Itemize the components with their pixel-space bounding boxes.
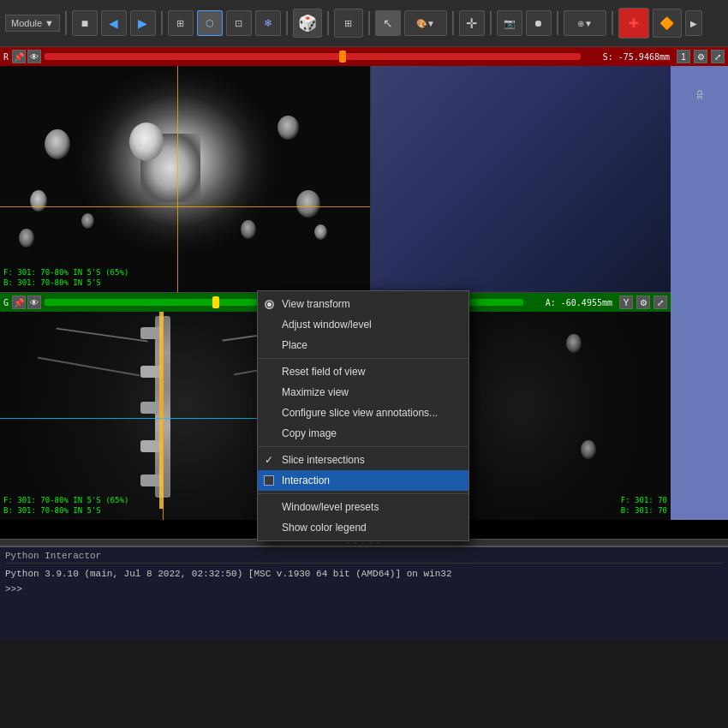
red-expand-btn[interactable]: ⤢ — [711, 50, 725, 63]
green-slice-label: G — [3, 298, 9, 307]
cube-icon: 🎲 — [298, 14, 317, 33]
context-menu: View transform Adjust window/level Place… — [257, 290, 469, 541]
menu-label-interaction: Interaction — [282, 474, 330, 486]
menu-item-show-color-legend[interactable]: Show color legend — [258, 517, 468, 538]
red-settings-btn[interactable]: ⚙ — [694, 50, 707, 63]
red-pin-btn[interactable]: 📌 — [12, 50, 26, 63]
ct-bone-2 — [277, 116, 299, 140]
panel-overlay-bl-top-left: F: 301: 70-80% IN 5'S (65%) B: 301: 70-8… — [3, 267, 128, 289]
menu-item-view-transform[interactable]: View transform — [258, 294, 468, 314]
ct-aorta — [129, 122, 164, 161]
menu-label-copy-image: Copy image — [282, 427, 337, 439]
module-chevron-icon: ▼ — [45, 18, 54, 28]
menu-item-interaction[interactable]: Interaction — [258, 470, 468, 491]
layout-btn[interactable]: ⊞ — [334, 9, 363, 38]
axes-btn[interactable]: ✚ — [618, 8, 649, 39]
toolbar-separator-9 — [612, 11, 613, 35]
grid-btn[interactable]: ⊞ — [168, 10, 194, 36]
menu-item-maximize-view[interactable]: Maximize view — [258, 382, 468, 403]
back-icon: ◀ — [109, 16, 118, 30]
axes-icon: ✚ — [629, 16, 639, 30]
radio-outer — [265, 300, 274, 309]
checkmark-icon: ✓ — [265, 454, 273, 466]
ct-bone-6 — [81, 213, 94, 229]
cube-btn[interactable]: 🎲 — [293, 9, 322, 38]
volume-btn[interactable]: 🔶 — [653, 9, 682, 38]
menu-label-place: Place — [282, 339, 307, 351]
snow-btn[interactable]: ❄ — [255, 10, 281, 36]
menu-item-window-level-presets[interactable]: Window/level presets — [258, 497, 468, 517]
red-slice-controls: 📌 👁 — [12, 50, 41, 63]
checkbox-icon — [264, 475, 274, 486]
menu-item-adjust-window[interactable]: Adjust window/level — [258, 314, 468, 335]
red-visible-btn[interactable]: 👁 — [27, 50, 41, 63]
toolbar-separator-4 — [327, 11, 329, 35]
menu-label-configure-slice: Configure slice view annotations... — [282, 407, 438, 419]
panel-bl-line2: B: 301: 70-80% IN 5'S — [3, 277, 128, 289]
red-slider-thumb — [339, 51, 346, 63]
green-expand-btn[interactable]: ⤢ — [653, 295, 667, 309]
ext-btn[interactable]: ⊕▼ — [564, 10, 606, 36]
ct-bone-4 — [296, 190, 320, 218]
back-btn[interactable]: ◀ — [101, 10, 127, 36]
menu-label-adjust-window: Adjust window/level — [282, 319, 372, 331]
panel-bl2-line2: B: 301: 70-80% IN 5'S — [3, 505, 128, 516]
toolbar-separator-6 — [452, 11, 454, 35]
red-slice-value: S: -75.9468mm — [584, 52, 670, 62]
module-dropdown[interactable]: Module ▼ — [5, 15, 60, 32]
ct-bone-1 — [45, 129, 70, 159]
crosshair-h-top-left — [0, 206, 370, 207]
color-btn[interactable]: 🎨▼ — [404, 10, 447, 36]
menu-label-window-level-presets: Window/level presets — [282, 501, 379, 513]
volume-icon: 🔶 — [659, 16, 674, 30]
green-pin-btn[interactable]: 📌 — [12, 295, 26, 309]
toolbar-separator-1 — [65, 11, 67, 35]
menu-label-reset-fov: Reset field of view — [282, 366, 365, 378]
viewport-area: F: 301: 70-80% IN 5'S (65%) B: 301: 70-8… — [0, 66, 728, 539]
minimize-icon: ■ — [81, 16, 88, 30]
python-version-text: Python 3.9.10 (main, Jul 8 2022, 02:32:5… — [5, 569, 452, 579]
screenshot-icon: 📷 — [504, 18, 516, 29]
red-slider[interactable] — [45, 53, 581, 60]
chevron-right-btn[interactable]: ▶ — [685, 10, 702, 36]
menu-item-place[interactable]: Place — [258, 335, 468, 355]
3d-icon: ⬡ — [206, 18, 214, 29]
module-label: Module — [11, 18, 42, 28]
crosshair-btn[interactable]: ✛ — [459, 10, 485, 36]
panel-top-right[interactable] — [371, 66, 671, 293]
green-visible-btn[interactable]: 👁 — [27, 295, 41, 309]
python-prompt: >>> — [5, 584, 22, 594]
snow-icon: ❄ — [264, 17, 272, 29]
cursor-btn[interactable]: ↖ — [375, 10, 401, 36]
green-slider-thumb — [212, 296, 219, 308]
menu-label-view-transform: View transform — [282, 298, 350, 310]
green-page-btn[interactable]: Y — [619, 295, 633, 309]
minimize-btn[interactable]: ■ — [72, 10, 98, 36]
panel-overlay-br-bottom-right: F: 301: 70 B: 301: 70 — [621, 495, 667, 516]
record-icon: ⏺ — [534, 18, 543, 28]
python-panel[interactable]: Python Interactor Python 3.9.10 (main, J… — [0, 546, 728, 640]
red-slice-bar: R 📌 👁 S: -75.9468mm 1 ⚙ ⤢ — [0, 47, 728, 66]
panel-br3-line2: B: 301: 70 — [621, 505, 667, 516]
menu-item-copy-image[interactable]: Copy image — [258, 423, 468, 444]
menu-item-slice-intersections[interactable]: ✓ Slice intersections — [258, 450, 468, 470]
chevron-right-icon: ▶ — [690, 19, 697, 28]
3d-btn[interactable]: ⬡ — [197, 10, 223, 36]
layout-icon: ⊞ — [344, 18, 352, 29]
red-slice-label: R — [3, 52, 9, 62]
panel-top-left[interactable]: F: 301: 70-80% IN 5'S (65%) B: 301: 70-8… — [0, 66, 371, 293]
python-prompt-line: >>> — [5, 582, 723, 598]
color-icon: 🎨▼ — [416, 19, 435, 28]
record-btn[interactable]: ⏺ — [526, 10, 552, 36]
forward-btn[interactable]: ▶ — [130, 10, 156, 36]
toolbar-separator-8 — [557, 11, 558, 35]
slice-btn[interactable]: ⊡ — [226, 10, 252, 36]
screenshot-btn[interactable]: 📷 — [497, 10, 522, 36]
menu-item-configure-slice[interactable]: Configure slice view annotations... — [258, 403, 468, 423]
green-settings-btn[interactable]: ⚙ — [636, 295, 650, 309]
right-side-panel: 3D — [671, 66, 728, 520]
menu-item-reset-fov[interactable]: Reset field of view — [258, 361, 468, 382]
red-page-btn[interactable]: 1 — [677, 50, 690, 63]
toolbar-separator-3 — [286, 11, 288, 35]
ct-bone-br2 — [566, 334, 582, 353]
